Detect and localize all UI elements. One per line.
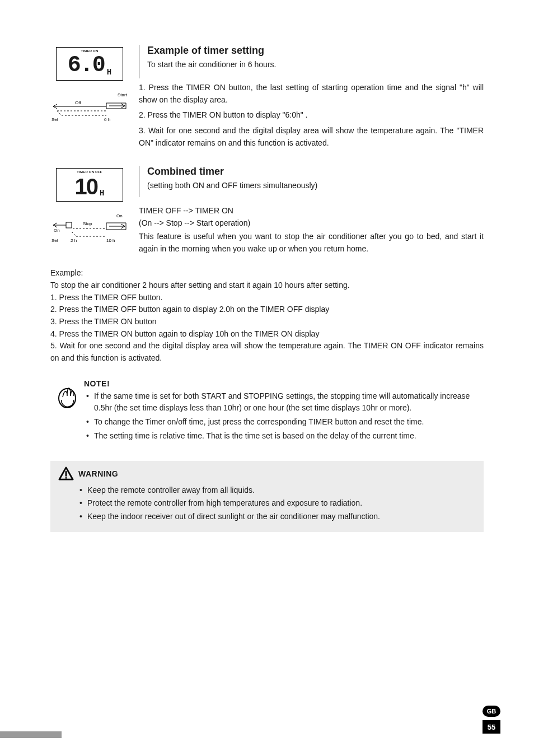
- note-item-3: The setting time is relative time. That …: [86, 430, 484, 442]
- s2-inline-body: This feature is useful when you want to …: [139, 231, 484, 255]
- tl2-bl: Set: [51, 238, 59, 243]
- ex2-s5: 5. Wait for one second and the digital d…: [50, 340, 484, 364]
- svg-line-18: [121, 226, 125, 228]
- lcd1-digits: 6.0: [68, 54, 105, 77]
- svg-point-21: [65, 477, 67, 479]
- s2-inline-head: TIMER OFF --> TIMER ON: [139, 205, 484, 217]
- lcd2-digits: 10: [75, 175, 98, 198]
- footer: GB 55: [483, 706, 500, 734]
- section1-heading: Example of timer setting: [147, 45, 484, 57]
- ex2-lead: To stop the air conditioner 2 hours afte…: [50, 279, 484, 292]
- tl2-bm: 2 h: [71, 238, 77, 243]
- page-number: 55: [483, 720, 500, 734]
- svg-rect-12: [66, 222, 72, 228]
- s2-inline-sub: (On --> Stop --> Start operation): [139, 217, 484, 230]
- note-list: If the same time is set for both START a…: [84, 390, 484, 442]
- svg-line-17: [121, 224, 125, 226]
- ex2-s3: 3. Press the TIMER ON button: [50, 316, 484, 328]
- lcd2-suffix: H: [100, 189, 104, 198]
- section-combined-timer: TIMER ON OFF 10 H On Stop On: [50, 166, 484, 255]
- lcd-display-1: TIMER ON 6.0 H: [56, 47, 123, 81]
- lcd1-label: TIMER ON: [57, 49, 123, 53]
- tl2-top: On: [116, 213, 123, 218]
- warn-item-2: Protect the remote controller from high …: [79, 497, 476, 510]
- note-box: NOTE! If the same time is set for both S…: [50, 379, 484, 444]
- s1-step3: 3. Wait for one second and the digital d…: [139, 125, 484, 149]
- svg-line-8: [121, 106, 125, 108]
- svg-line-10: [53, 223, 57, 225]
- ex2-s1: 1. Press the TIMER OFF button.: [50, 292, 484, 304]
- timeline-2: On Stop On Set 2 h 10 h: [50, 213, 129, 245]
- section2-subhead: (setting both ON and OFF timers simultan…: [147, 180, 484, 191]
- tl2-mid: Stop: [83, 221, 92, 226]
- svg-line-7: [121, 104, 125, 106]
- tl1-bl: Set: [51, 117, 59, 122]
- svg-line-2: [53, 106, 57, 109]
- example2-block: Example: To stop the air conditioner 2 h…: [50, 267, 484, 365]
- warn-item-1: Keep the remote controller away from all…: [79, 484, 476, 497]
- tl2-left: On: [54, 228, 60, 233]
- section1-left: TIMER ON 6.0 H Start Off: [50, 45, 129, 124]
- warn-item-3: Keep the indoor receiver out of direct s…: [79, 511, 476, 523]
- s1-step2: 2. Press the TIMER ON button to display …: [139, 109, 484, 122]
- section2-right: Combined timer (setting both ON and OFF …: [129, 166, 484, 255]
- lcd-display-2: TIMER ON OFF 10 H: [56, 168, 123, 202]
- note-item-1: If the same time is set for both START a…: [86, 390, 484, 414]
- warning-icon: [58, 466, 74, 481]
- lcd1-suffix: H: [107, 68, 111, 77]
- svg-line-14: [72, 232, 76, 236]
- section1-subhead: To start the air conditioner in 6 hours.: [147, 59, 484, 70]
- hand-icon: [57, 381, 77, 409]
- section-timer-example: TIMER ON 6.0 H Start Off: [50, 45, 484, 149]
- tl1-top: Start: [118, 92, 128, 97]
- note-title: NOTE!: [84, 379, 484, 388]
- timeline-1: Start Off Set 6 h: [50, 92, 129, 124]
- note-item-2: To change the Timer on/off time, just pr…: [86, 416, 484, 428]
- warning-title: WARNING: [78, 469, 118, 478]
- ex2-s4: 4. Press the TIMER ON button again to di…: [50, 328, 484, 340]
- warning-box: WARNING Keep the remote controller away …: [50, 461, 484, 532]
- tl1-mid: Off: [75, 100, 81, 105]
- section2-left: TIMER ON OFF 10 H On Stop On: [50, 166, 129, 255]
- tl1-br: 6 h: [104, 117, 110, 122]
- s1-step1: 1. Press the TIMER ON button, the last s…: [139, 82, 484, 106]
- svg-line-11: [53, 225, 57, 227]
- warning-list: Keep the remote controller away from all…: [58, 484, 476, 523]
- ex2-s2: 2. Press the TIMER OFF button again to d…: [50, 304, 484, 316]
- page-root: TIMER ON 6.0 H Start Off: [0, 0, 534, 756]
- tl2-br: 10 h: [106, 238, 115, 243]
- ex2-title: Example:: [50, 267, 484, 279]
- section2-heading: Combined timer: [147, 166, 484, 178]
- svg-line-1: [53, 104, 57, 106]
- svg-line-4: [57, 111, 62, 115]
- footer-bar: [0, 731, 62, 738]
- lcd2-label: TIMER ON OFF: [57, 170, 123, 174]
- lang-badge: GB: [483, 706, 500, 717]
- section1-right: Example of timer setting To start the ai…: [129, 45, 484, 149]
